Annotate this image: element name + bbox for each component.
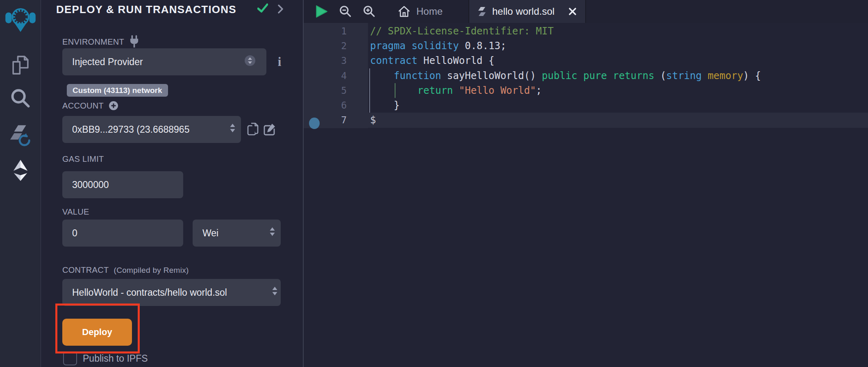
environment-label: ENVIRONMENT [62,37,124,47]
code-text: contract HelloWorld { [368,53,494,68]
contract-sort-icon [272,287,277,298]
home-tab-label: Home [416,6,443,17]
tab-home[interactable]: Home [398,0,443,23]
deploy-run-panel: DEPLOY & RUN TRANSACTIONS ENVIRONMENT In… [41,0,304,367]
code-editor[interactable]: 1// SPDX-License-Identifier: MIT2pragma … [304,23,868,367]
account-select[interactable]: 0xBB9...29733 (23.6688965 [62,116,241,143]
code-line: 2pragma solidity 0.8.13; [304,39,868,53]
contract-select[interactable]: HelloWorld - contracts/hello world.sol [62,279,281,306]
line-number[interactable]: 7 [304,113,368,127]
contract-label-row: CONTRACT (Compiled by Remix) [62,265,189,275]
unit-sort-icon [270,227,275,239]
code-line: 5 return "Hello World"; [304,83,868,98]
line-number[interactable]: 2 [304,39,368,53]
sidebar-item-deploy-run[interactable] [0,159,41,182]
account-label-row: ACCOUNT [62,101,118,111]
solidity-compiler-icon [8,123,33,148]
close-tab-icon[interactable] [568,7,577,16]
code-line: 4 function sayHelloWorld() public pure r… [304,68,868,83]
value-input[interactable] [62,220,183,247]
line-number[interactable]: 4 [304,68,368,83]
account-value: 0xBB9...29733 (23.6688965 [72,124,189,135]
environment-sort-icon [244,55,256,69]
file-explorer-icon [10,54,31,76]
code-text: pragma solidity 0.8.13; [368,39,506,53]
value-unit: Wei [202,228,218,239]
code-text: } [368,98,400,113]
file-tab-label: hello world.sol [492,6,562,17]
publish-ipfs-row: Publish to IPFS [63,351,148,365]
copy-account-icon[interactable] [246,122,261,136]
contract-sublabel: (Compiled by Remix) [114,266,189,275]
code-line: 3contract HelloWorld { [304,53,868,68]
code-lines: 1// SPDX-License-Identifier: MIT2pragma … [304,24,868,127]
code-line: 6 } [304,98,868,113]
network-badge: Custom (43113) network [67,84,168,97]
remix-logo [5,4,36,34]
line-number[interactable]: 6 [304,98,368,113]
code-text: return "Hello World"; [368,83,542,98]
tab-hello-world-sol[interactable]: hello world.sol [468,0,586,23]
code-text: // SPDX-License-Identifier: MIT [368,24,554,39]
environment-info-icon[interactable]: i [273,54,286,70]
account-label: ACCOUNT [62,101,104,111]
plug-icon [129,35,139,48]
solidity-file-icon [477,7,486,16]
success-check-icon [257,3,268,15]
editor-region: Home hello world.sol 1// SPDX-License-I [304,0,868,367]
run-script-icon[interactable] [315,5,328,18]
code-line: 7$ [304,113,868,127]
environment-label-row: ENVIRONMENT [62,35,139,48]
value-unit-select[interactable]: Wei [193,220,281,247]
line-number[interactable]: 1 [304,24,368,39]
remix-ide-window: DEPLOY & RUN TRANSACTIONS ENVIRONMENT In… [0,0,868,367]
account-sort-icon [230,124,235,135]
edit-account-icon[interactable] [262,122,277,136]
publish-ipfs-label: Publish to IPFS [83,353,148,364]
line-number[interactable]: 3 [304,53,368,68]
zoom-out-icon[interactable] [339,5,352,18]
editor-toolbar [315,0,376,23]
gas-limit-label: GAS LIMIT [62,154,104,164]
zoom-in-icon[interactable] [363,5,376,18]
search-icon [10,88,31,109]
gas-limit-input[interactable] [62,171,183,198]
sidebar-item-search[interactable] [0,88,41,109]
code-text: $ [368,113,376,127]
contract-value: HelloWorld - contracts/hello world.sol [72,287,227,298]
code-text: function sayHelloWorld() public pure ret… [368,68,761,83]
collapse-chevron-icon[interactable] [278,5,284,15]
code-line: 1// SPDX-License-Identifier: MIT [304,24,868,39]
editor-tabbar: Home hello world.sol [304,0,868,23]
sidebar-item-file-explorer[interactable] [0,54,41,76]
contract-label: CONTRACT [62,265,109,275]
value-label: VALUE [62,207,89,217]
deploy-button[interactable]: Deploy [62,319,132,346]
home-icon [398,5,410,18]
publish-ipfs-checkbox[interactable] [63,351,77,365]
environment-value: Injected Provider [72,57,143,68]
line-number[interactable]: 5 [304,83,368,98]
deploy-run-icon [9,159,32,182]
sidebar-item-solidity-compiler[interactable] [0,123,41,148]
remix-logo-icon[interactable] [0,4,41,34]
add-account-icon[interactable] [109,101,118,111]
icon-sidebar [0,0,41,367]
page-title: DEPLOY & RUN TRANSACTIONS [56,3,236,16]
environment-select[interactable]: Injected Provider [62,48,266,75]
